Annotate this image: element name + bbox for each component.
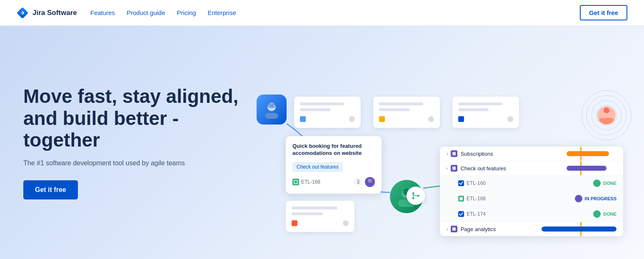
kanban-row-etl168: ETL-168 IN PROGRESS [440, 191, 623, 207]
svg-rect-3 [265, 113, 278, 119]
etl-174-icon [458, 211, 464, 217]
avatar-red-ring [582, 90, 632, 140]
card-small-bottom [286, 201, 354, 232]
kanban-row-checkout: › Check out features [440, 161, 623, 176]
task-card-title: Quick booking for featured accomodations… [292, 143, 375, 157]
hero-visuals: Quick booking for featured accomodations… [244, 26, 644, 259]
user-icon-red [597, 106, 616, 125]
task-card-main: Quick booking for featured accomodations… [286, 136, 382, 194]
kanban-label-analytics: Page analytics [461, 226, 542, 232]
task-meta: 3 [354, 177, 375, 187]
svg-point-17 [412, 197, 414, 199]
hero-section: Move fast, stay aligned, and build bette… [0, 26, 644, 259]
svg-point-8 [604, 107, 609, 113]
kanban-row-subscriptions: › Subscriptions [440, 147, 623, 161]
kanban-icon-analytics [451, 226, 457, 232]
svg-rect-12 [366, 184, 374, 187]
expand-icon-analytics[interactable]: › [447, 227, 448, 232]
user-icon-blue [262, 100, 281, 119]
task-id: ETL-168 [292, 179, 320, 185]
task-assignee-avatar [365, 177, 375, 187]
etl-160-icon [458, 180, 464, 186]
epic-icon-2 [452, 166, 456, 170]
kanban-bar-subscriptions [567, 151, 617, 156]
svg-point-11 [368, 179, 372, 183]
check-icon [458, 180, 464, 186]
etl-168-status: IN PROGRESS [585, 196, 617, 201]
kanban-icon-subscriptions [451, 150, 457, 157]
svg-rect-10 [294, 180, 297, 184]
avatar-blue [257, 95, 287, 125]
avatar-red [597, 106, 616, 125]
kanban-label-checkout: Check out features [461, 165, 567, 172]
assignee-icon [365, 177, 375, 187]
etl-160-status: DONE [603, 181, 617, 186]
kanban-row-etl174: ETL-174 DONE [440, 207, 623, 222]
kanban-panel: › Subscriptions › Check out features [440, 147, 623, 236]
hero-headline: Move fast, stay aligned, and build bette… [23, 85, 242, 152]
expand-icon-checkout[interactable]: › [445, 167, 450, 169]
etl-160-avatar [593, 179, 601, 187]
etl-168-avatar [575, 195, 582, 202]
epic-icon-3 [452, 227, 456, 231]
etl-168-label: ETL-168 [467, 196, 486, 202]
svg-rect-20 [452, 152, 456, 155]
nav-cta-button[interactable]: Get it free [580, 5, 627, 20]
kanban-row-analytics: › Page analytics [440, 222, 623, 236]
kanban-row-etl160: ETL-160 DONE [440, 176, 623, 191]
check-icon-2 [458, 211, 464, 217]
brand-name: Jira Software [32, 9, 77, 17]
hero-cta-button[interactable]: Get it free [23, 180, 78, 199]
kanban-icon-checkout [451, 165, 457, 172]
card-small-1 [294, 97, 361, 128]
expand-icon-subscriptions[interactable]: › [447, 151, 448, 156]
task-card-badge[interactable]: Check out features [292, 162, 343, 172]
hero-text-area: Move fast, stay aligned, and build bette… [0, 85, 242, 200]
card-small-3 [452, 97, 519, 128]
etl-174-avatar [593, 210, 601, 218]
task-icon [292, 179, 299, 185]
etl-160-row: ETL-160 [458, 180, 486, 186]
svg-rect-22 [459, 197, 463, 200]
nav-features[interactable]: Features [90, 9, 115, 16]
story-icon [458, 196, 464, 202]
etl-168-icon [458, 196, 464, 202]
svg-rect-0 [17, 7, 28, 19]
kanban-bar-checkout [567, 166, 617, 171]
hero-subtext: The #1 software development tool used by… [23, 159, 242, 167]
etl-174-label: ETL-174 [467, 211, 486, 217]
nav-pricing[interactable]: Pricing [177, 9, 196, 16]
task-card-footer: ETL-168 3 [292, 177, 375, 187]
navbar: Jira Software Features Product guide Pri… [0, 0, 644, 26]
etl-160-status-area: DONE [593, 179, 617, 187]
task-count: 3 [354, 178, 362, 186]
svg-rect-23 [452, 227, 456, 231]
svg-point-16 [412, 192, 414, 194]
etl-174-status-area: DONE [593, 210, 617, 218]
etl-160-label: ETL-160 [467, 180, 486, 186]
git-icon-circle [407, 187, 425, 205]
ticket-icon [294, 180, 298, 184]
kanban-bar-analytics [542, 227, 617, 232]
etl-174-row: ETL-174 [458, 211, 486, 217]
card-small-2 [373, 97, 440, 128]
logo[interactable]: Jira Software [17, 7, 77, 19]
nav-links: Features Product guide Pricing Enterpris… [90, 9, 236, 16]
nav-enterprise[interactable]: Enterprise [207, 9, 236, 16]
task-id-text: ETL-168 [301, 179, 320, 185]
kanban-label-subscriptions: Subscriptions [461, 151, 567, 157]
svg-rect-21 [452, 167, 456, 170]
etl-174-status: DONE [603, 212, 617, 217]
etl-168-status-area: IN PROGRESS [575, 195, 617, 202]
nav-product-guide[interactable]: Product guide [127, 9, 165, 16]
jira-logo-icon [17, 7, 28, 19]
epic-icon [452, 152, 456, 156]
etl-168-row: ETL-168 [458, 196, 486, 202]
git-merge-icon [411, 191, 421, 201]
